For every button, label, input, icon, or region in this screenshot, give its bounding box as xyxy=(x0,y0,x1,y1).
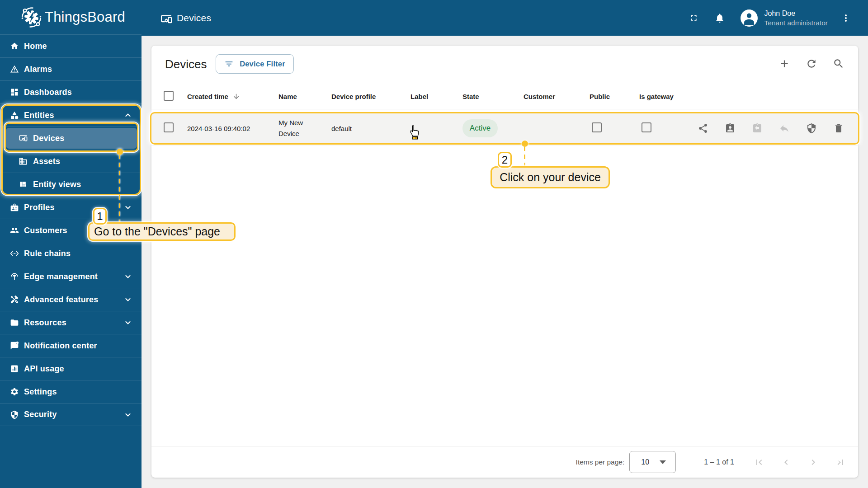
credentials-shield-icon[interactable] xyxy=(806,123,817,134)
topbar: Devices John Doe Tenant administrator xyxy=(142,0,868,36)
row-checkbox[interactable] xyxy=(164,122,174,132)
table-footer: Items per page: 10 1 – 1 of 1 xyxy=(151,446,858,478)
sidebar-item-advanced-features[interactable]: Advanced features xyxy=(0,288,142,311)
chevron-down-icon xyxy=(123,203,132,212)
annotation-dot-2 xyxy=(522,141,528,147)
assign-customer-icon[interactable] xyxy=(725,123,736,134)
card-title: Devices xyxy=(165,57,207,71)
sidebar-item-resources[interactable]: Resources xyxy=(0,311,142,334)
sidebar-item-alarms[interactable]: Alarms xyxy=(0,57,142,80)
sidebar-item-home[interactable]: Home xyxy=(0,34,142,57)
annotation-dot-1 xyxy=(117,149,123,155)
user-name: John Doe xyxy=(764,9,828,18)
user-info[interactable]: John Doe Tenant administrator xyxy=(764,9,828,28)
sidebar-item-settings[interactable]: Settings xyxy=(0,380,142,403)
user-role: Tenant administrator xyxy=(764,18,828,28)
sidebar-item-security[interactable]: Security xyxy=(0,403,142,426)
cell-device-profile: default xyxy=(331,125,410,132)
page-range-label: 1 – 1 of 1 xyxy=(704,458,734,466)
column-header-device-profile[interactable]: Device profile xyxy=(331,93,410,100)
state-active-badge: Active xyxy=(462,119,498,137)
profiles-badge-icon xyxy=(10,203,19,212)
annotation-number-1: 1 xyxy=(93,208,107,225)
table-header: Created time Name Device profile Label S… xyxy=(151,84,858,109)
cell-device-name[interactable]: My New Device xyxy=(278,117,324,139)
make-private-reply-icon xyxy=(779,123,790,134)
cell-created-time: 2024-03-16 09:40:02 xyxy=(187,125,278,132)
search-icon[interactable] xyxy=(833,58,844,70)
device-filter-button[interactable]: Device Filter xyxy=(216,54,294,74)
column-header-created-time[interactable]: Created time xyxy=(187,93,278,100)
sort-arrow-down-icon xyxy=(232,93,240,100)
devices-icon xyxy=(160,13,172,23)
column-header-is-gateway[interactable]: Is gateway xyxy=(639,93,692,100)
unassign-customer-icon xyxy=(752,123,763,134)
chevron-down-icon xyxy=(123,318,132,327)
devices-card: Devices Device Filter Created time xyxy=(151,46,858,478)
resources-folder-icon xyxy=(10,318,19,327)
is-gateway-checkbox[interactable] xyxy=(642,122,651,132)
items-per-page-label: Items per page: xyxy=(576,458,625,466)
annotation-dash-line-2 xyxy=(524,146,525,166)
edge-antenna-icon xyxy=(10,272,19,281)
sidebar: ThingsBoard HomeAlarmsDashboardsEntities… xyxy=(0,0,142,488)
refresh-button[interactable] xyxy=(806,58,817,70)
annotation-box-devices xyxy=(5,122,138,152)
avatar[interactable] xyxy=(741,9,758,27)
delete-trash-icon[interactable] xyxy=(833,123,844,134)
security-shield-icon xyxy=(10,410,19,419)
sidebar-item-api-usage[interactable]: API usage xyxy=(0,357,142,380)
fullscreen-icon[interactable] xyxy=(689,13,698,23)
annotation-number-2: 2 xyxy=(498,152,512,168)
share-icon[interactable] xyxy=(698,123,708,134)
thingsboard-logo-icon xyxy=(21,7,42,28)
notification-center-icon xyxy=(10,341,19,350)
page-size-select[interactable]: 10 xyxy=(629,451,676,473)
sidebar-item-rule-chains[interactable]: Rule chains xyxy=(0,242,142,265)
annotation-dash-line-1 xyxy=(119,155,120,222)
sidebar-item-dashboards[interactable]: Dashboards xyxy=(0,80,142,103)
add-device-button[interactable] xyxy=(778,58,790,70)
logo[interactable]: ThingsBoard xyxy=(0,0,142,34)
alarms-warning-icon xyxy=(10,65,19,74)
sidebar-item-profiles[interactable]: Profiles xyxy=(0,196,142,219)
logo-text: ThingsBoard xyxy=(45,9,125,25)
device-table-row[interactable]: 2024-03-16 09:40:02 My New Device defaul… xyxy=(150,112,859,145)
filter-icon xyxy=(224,59,234,69)
last-page-icon[interactable] xyxy=(835,457,846,468)
column-header-customer[interactable]: Customer xyxy=(524,93,590,100)
page-title: Devices xyxy=(160,13,211,23)
notifications-bell-icon[interactable] xyxy=(714,13,725,23)
first-page-icon[interactable] xyxy=(754,457,764,468)
settings-gear-icon xyxy=(10,387,19,396)
previous-page-icon[interactable] xyxy=(781,457,792,468)
column-header-label[interactable]: Label xyxy=(410,93,462,100)
public-checkbox[interactable] xyxy=(592,122,602,132)
next-page-icon[interactable] xyxy=(808,457,819,468)
select-arrow-icon xyxy=(660,460,666,464)
sidebar-item-notification-center[interactable]: Notification center xyxy=(0,334,142,357)
annotation-tooltip-2: Click on your device xyxy=(491,166,610,188)
dashboards-icon xyxy=(10,88,19,97)
chevron-down-icon xyxy=(123,295,132,304)
customers-people-icon xyxy=(10,226,19,235)
select-all-checkbox[interactable] xyxy=(164,91,174,101)
mouse-cursor-icon xyxy=(410,125,419,140)
column-header-state[interactable]: State xyxy=(462,93,524,100)
api-usage-chart-icon xyxy=(10,364,19,373)
advanced-tools-icon xyxy=(10,295,19,304)
chevron-down-icon xyxy=(123,272,132,281)
annotation-tooltip-1: Go to the "Devices" page xyxy=(88,222,236,241)
column-header-name[interactable]: Name xyxy=(278,93,331,100)
more-menu-icon[interactable] xyxy=(840,13,851,23)
chevron-down-icon xyxy=(123,410,132,419)
column-header-public[interactable]: Public xyxy=(590,93,639,100)
home-icon xyxy=(10,42,19,51)
sidebar-item-edge-management[interactable]: Edge management xyxy=(0,265,142,288)
rule-chains-icon xyxy=(10,249,19,258)
